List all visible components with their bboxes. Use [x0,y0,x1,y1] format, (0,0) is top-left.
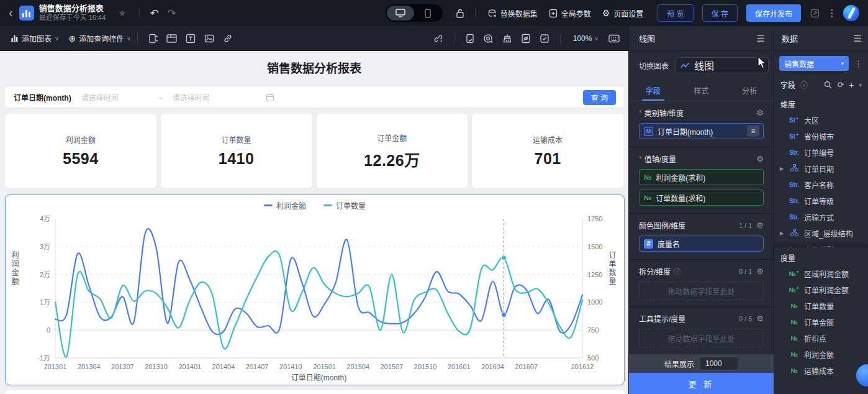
info-icon: ⓘ [673,266,680,277]
line-chart-card[interactable]: 利润金额 订单数量 利润金额 订单数量 4万17503万15002万12501万… [5,195,625,385]
image-icon[interactable] [200,30,219,47]
expand-caret-icon[interactable]: ▶ [779,231,784,236]
divider [137,34,138,44]
shortcut-keyboard-icon[interactable] [605,30,623,47]
refresh-icon[interactable]: ⟳ [837,80,844,89]
field-pill-measure-name[interactable]: # 度量名 [639,236,764,252]
field-item-订单日期[interactable]: ▶订单日期 [774,160,868,176]
kpi-card[interactable]: 运输成本701 [472,114,623,188]
measure-pill-profit[interactable]: № 利润金额(求和) [639,169,764,185]
batch-select-icon[interactable] [535,30,554,47]
result-limit-label: 结果展示 [664,359,694,369]
redo-icon[interactable]: ↷ [163,5,181,21]
tab-fields[interactable]: 字段 [629,80,677,101]
collapse-panel-icon[interactable]: ☰ [757,33,765,44]
document-title: 销售数据分析报表 [39,4,106,14]
external-edit-icon[interactable] [806,5,823,21]
replace-dataset-button[interactable]: 替换数据集 [487,8,538,19]
chevron-down-icon[interactable]: ▾ [859,82,862,88]
tooltip-dropzone[interactable]: 拖动数据字段至此处 [639,329,764,347]
global-params-button[interactable]: 全局参数 [549,8,591,19]
field-item-客户名称[interactable]: Str.客户名称 [774,176,868,193]
dataset-more-icon[interactable]: ⋮ [851,59,866,68]
expand-caret-icon[interactable]: ▶ [779,166,784,172]
tab-icon[interactable] [163,30,181,47]
next-card-edge [5,390,625,394]
field-pill-label: 度量名 [658,239,680,249]
field-pill-order-date[interactable]: M 订单日期(month) ≡ [639,123,764,139]
query-submit-button[interactable]: 查 询 [583,90,616,105]
tab-style[interactable]: 样式 [677,80,726,101]
section-label: 类别轴/维度 [644,108,684,118]
calendar-icon[interactable] [266,93,274,102]
user-avatar[interactable] [843,5,859,21]
undo-icon[interactable]: ↶ [146,5,163,21]
result-limit-input[interactable] [700,357,738,370]
desktop-view-toggle[interactable] [387,6,414,21]
add-query-control-button[interactable]: ⊕ 添加查询控件∨ [69,33,131,44]
lock-icon[interactable] [451,5,469,21]
kpi-card[interactable]: 利润金额5594 [5,114,156,188]
add-field-icon[interactable]: + [849,80,854,90]
field-item-运输方式[interactable]: Str.运输方式 [774,209,868,225]
field-item-订单数量[interactable]: №订单数量 [774,298,868,314]
date-end-input[interactable]: 请选择时间 [173,92,210,103]
field-item-区域利润金额[interactable]: №✦区域利润金额 [774,265,868,282]
divider [560,34,561,44]
kpi-card[interactable]: 订单数量1410 [161,114,312,188]
update-button[interactable]: 更 新 [629,373,774,394]
query-filter-card[interactable]: 订单日期(month) 请选择时间 → 请选择时间 查 询 [5,87,623,108]
tab-analysis[interactable]: 分析 [725,80,774,101]
split-dropzone[interactable]: 拖动数据字段至此处 [639,282,764,300]
line-chart-svg[interactable]: 4万17503万15002万12501万10000750-1万500201301… [6,195,623,384]
field-item-利润金额[interactable]: №利润金额 [774,346,868,362]
link-edit-icon[interactable] [429,30,448,47]
field-sort-icon[interactable]: ≡ [747,126,759,137]
gear-icon[interactable]: ⚙ [756,267,764,276]
search-icon[interactable] [824,81,832,89]
zoom-level-select[interactable]: 100%∨ [573,34,599,43]
save-button[interactable]: 保 存 [702,4,738,22]
device-toggle[interactable] [386,4,443,22]
field-item-订单等级[interactable]: Str.订单等级 [774,193,868,209]
field-item-订单利润金额[interactable]: №✦订单利润金额 [774,282,868,298]
dataset-select[interactable]: 销售数据 ▾ [779,56,849,71]
chart-type-select[interactable]: 线图 ▾ [675,57,769,73]
gear-icon[interactable]: ⚙ [756,314,764,323]
hide-component-icon[interactable] [517,30,535,47]
component-icon[interactable] [144,30,163,47]
more-options-icon[interactable]: ⋮ [823,5,841,21]
mobile-view-toggle[interactable] [414,6,441,21]
text-icon[interactable] [181,30,200,47]
date-start-input[interactable]: 请选择时间 [81,92,119,103]
y-axis-title-left: 利润金额 [9,251,20,286]
add-chart-button[interactable]: 添加图表∨ [10,33,59,44]
preview-button[interactable]: 预 览 [658,4,693,22]
field-item-省份城市[interactable]: St✦省份城市 [774,128,868,144]
gear-icon[interactable]: ⚙ [756,108,764,117]
mobile-layout-icon[interactable] [461,30,479,47]
legend-item-profit[interactable]: 利润金额 [264,200,306,211]
watermark-icon[interactable] [479,30,498,47]
link-icon[interactable] [219,30,237,47]
section-label: 工具提示/度量 [639,313,685,324]
collapse-panel-icon[interactable]: ☰ [854,33,862,44]
gear-icon[interactable]: ⚙ [756,154,764,163]
legend-item-orders[interactable]: 订单数量 [323,200,366,211]
favorite-star-icon[interactable]: ★ [118,7,126,19]
dashboard-canvas[interactable]: 销售数据分析报表 订单日期(month) 请选择时间 → 请选择时间 查 询 利… [0,51,628,394]
save-and-publish-button[interactable]: 保存并发布 [746,4,801,22]
back-icon[interactable]: ‹ [0,6,19,21]
measure-pill-orders[interactable]: № 订单数量(求和) [639,190,764,206]
gear-icon[interactable]: ⚙ [756,221,764,230]
field-item-区域_层级结构[interactable]: ▶区域_层级结构 [774,225,868,241]
kpi-card[interactable]: 订单金额12.26万 [317,114,468,188]
page-settings-button[interactable]: ⚙ 页面设置 [602,8,644,19]
field-item-折扣点[interactable]: №折扣点 [774,330,868,346]
field-item-订单编号[interactable]: Str.订单编号 [774,144,868,160]
field-item-大区[interactable]: St✦大区 [774,112,868,128]
clean-canvas-icon[interactable] [498,30,517,47]
field-item-订单金额[interactable]: №订单金额 [774,314,868,330]
field-item-产品类型[interactable]: Str.产品类型 [774,241,868,247]
field-item-运输成本[interactable]: №运输成本 [774,362,868,378]
